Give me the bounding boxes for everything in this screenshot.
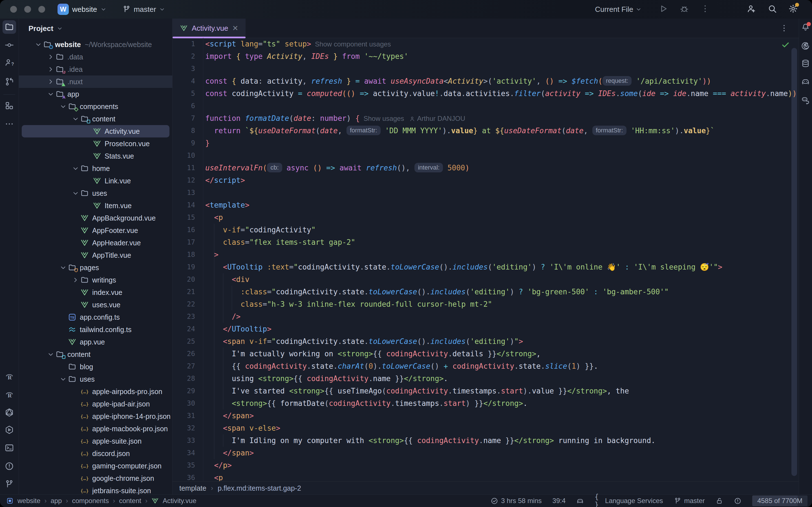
tree-item-stats-vue[interactable]: Stats.vue bbox=[19, 150, 172, 162]
line-number[interactable]: 35 bbox=[172, 459, 195, 471]
bug-icon[interactable] bbox=[679, 4, 689, 13]
editor-options-kebab-icon[interactable] bbox=[779, 24, 789, 33]
chevron-right-icon[interactable] bbox=[47, 78, 56, 86]
tree-item-app-vue[interactable]: app.vue bbox=[19, 336, 172, 348]
line-number[interactable]: 29 bbox=[172, 385, 195, 397]
status-crumb-app[interactable]: app bbox=[50, 497, 62, 505]
line-number[interactable]: 23 bbox=[172, 311, 195, 323]
code-line-19[interactable]: <UTooltip :text="codingActivity.state.to… bbox=[205, 261, 799, 273]
vcs-update-icon[interactable] bbox=[4, 77, 14, 87]
tree-item-apple-macbook-pro-json[interactable]: {…}apple-macbook-pro.json bbox=[19, 422, 172, 435]
close-tab-icon[interactable]: ✕ bbox=[232, 24, 239, 32]
tree-item-pages[interactable]: pages bbox=[19, 262, 172, 274]
code-line-5[interactable]: const codingActivity = computed(() => ac… bbox=[205, 87, 799, 100]
code-line-8[interactable]: return `${useDateFormat(date, formatStr:… bbox=[205, 124, 799, 137]
database-icon[interactable] bbox=[801, 59, 810, 68]
project-widget[interactable]: W website bbox=[57, 4, 107, 15]
chevron-down-icon[interactable] bbox=[47, 91, 56, 98]
code-line-26[interactable]: I'm actually working on <strong>{{ codin… bbox=[205, 348, 799, 360]
tree-item-components[interactable]: components bbox=[19, 100, 172, 113]
line-number[interactable]: 17 bbox=[172, 236, 195, 248]
line-number[interactable]: 7 bbox=[172, 112, 195, 124]
pull-request-icon[interactable]: ? bbox=[4, 58, 14, 67]
code-line-36[interactable]: <p bbox=[205, 471, 799, 482]
tab-activity-vue[interactable]: Activity.vue ✕ bbox=[172, 18, 246, 38]
play-icon[interactable] bbox=[659, 4, 668, 13]
statusbar-breadcrumb[interactable]: website›app›components›content›Activity.… bbox=[6, 497, 197, 505]
line-number[interactable]: 11 bbox=[172, 162, 195, 174]
code-line-10[interactable] bbox=[205, 149, 799, 162]
status-widget-3-hrs-58-mins[interactable]: 3 hrs 58 mins bbox=[491, 497, 542, 505]
user-plus-icon[interactable] bbox=[747, 4, 756, 13]
tree-item--data[interactable]: .data bbox=[19, 51, 172, 63]
tree-item-apple-ipad-air-json[interactable]: {…}apple-ipad-air.json bbox=[19, 398, 172, 410]
line-number[interactable]: 14 bbox=[172, 199, 195, 211]
tree-item-uses[interactable]: uses bbox=[19, 373, 172, 385]
code-line-29[interactable]: I've started <strong>{{ useTimeAgo(codin… bbox=[205, 385, 799, 397]
vcs-widget[interactable]: master bbox=[122, 5, 165, 14]
line-number[interactable]: 22 bbox=[172, 298, 195, 311]
code-line-20[interactable]: <div bbox=[205, 273, 799, 286]
tree-item-writings[interactable]: writings bbox=[19, 274, 172, 286]
status-crumb-website[interactable]: website bbox=[17, 497, 40, 505]
code-line-18[interactable]: > bbox=[205, 248, 799, 261]
status-widget-copilot[interactable] bbox=[576, 497, 584, 505]
code-line-2[interactable]: import { type Activity, IDEs } from '~~/… bbox=[205, 50, 799, 62]
git-branch-icon[interactable] bbox=[4, 480, 14, 489]
line-number[interactable]: 6 bbox=[172, 100, 195, 112]
graphql-icon[interactable] bbox=[4, 407, 14, 417]
code-line-4[interactable]: const { data: activity, refresh } = awai… bbox=[205, 75, 799, 87]
tree-item-website[interactable]: website~/Workspace/website bbox=[19, 38, 172, 51]
line-number[interactable]: 21 bbox=[172, 286, 195, 298]
tree-item-uses-vue[interactable]: uses.vue bbox=[19, 298, 172, 311]
code-line-23[interactable]: /> bbox=[205, 311, 799, 323]
tree-item-appbackground-vue[interactable]: AppBackground.vue bbox=[19, 212, 172, 224]
run-configuration-selector[interactable]: Current File bbox=[595, 5, 642, 14]
line-number[interactable]: 10 bbox=[172, 149, 195, 162]
line-number[interactable]: 12 bbox=[172, 174, 195, 186]
tree-item-content[interactable]: content bbox=[19, 348, 172, 360]
breadcrumb-element[interactable]: p.flex.md:items-start.gap-2 bbox=[218, 484, 301, 492]
tree-item-blog[interactable]: blog bbox=[19, 360, 172, 373]
terminal-icon[interactable] bbox=[4, 443, 14, 453]
status-crumb-content[interactable]: content bbox=[119, 497, 141, 505]
chevron-down-icon[interactable] bbox=[35, 41, 43, 48]
code-line-25[interactable]: <span v-if="codingActivity.state.toLower… bbox=[205, 335, 799, 348]
code-line-6[interactable] bbox=[205, 100, 799, 112]
tree-item-content[interactable]: content bbox=[19, 113, 172, 125]
chevron-down-icon[interactable] bbox=[59, 264, 68, 271]
line-number[interactable]: 36 bbox=[172, 471, 195, 482]
line-number[interactable]: 13 bbox=[172, 186, 195, 199]
minimize-window-button[interactable] bbox=[24, 6, 31, 13]
code-line-24[interactable]: </UTooltip> bbox=[205, 323, 799, 335]
chevron-right-icon[interactable] bbox=[47, 66, 56, 73]
settings-icon[interactable] bbox=[788, 4, 798, 13]
line-number[interactable]: 3 bbox=[172, 62, 195, 75]
tree-item-google-chrome-json[interactable]: {…}google-chrome.json bbox=[19, 472, 172, 485]
tree-item-activity-vue[interactable]: Activity.vue bbox=[22, 125, 169, 137]
code-viewport[interactable]: 1<script lang="ts" setup> Show component… bbox=[172, 38, 799, 482]
tree-item-app-config-ts[interactable]: TSapp.config.ts bbox=[19, 311, 172, 323]
tree-item-apple-suite-json[interactable]: {…}apple-suite.json bbox=[19, 435, 172, 447]
code-line-27[interactable]: {{ codingActivity.state.charAt(0).toLowe… bbox=[205, 360, 799, 372]
line-number[interactable]: 20 bbox=[172, 273, 195, 286]
chevron-down-icon[interactable] bbox=[72, 165, 80, 172]
line-number[interactable]: 4 bbox=[172, 75, 195, 87]
line-number[interactable]: 27 bbox=[172, 360, 195, 372]
code-line-11[interactable]: useIntervalFn(cb: async () => await refr… bbox=[205, 162, 799, 174]
code-line-12[interactable]: </script> bbox=[205, 174, 799, 186]
status-widget-39-4[interactable]: 39:4 bbox=[552, 497, 566, 505]
code-line-15[interactable]: <p bbox=[205, 211, 799, 224]
more-icon[interactable] bbox=[4, 119, 14, 129]
chevron-down-icon[interactable] bbox=[72, 189, 80, 197]
tree-item-index-vue[interactable]: index.vue bbox=[19, 286, 172, 298]
code-line-13[interactable] bbox=[205, 186, 799, 199]
line-number[interactable]: 16 bbox=[172, 224, 195, 236]
tree-item-proseicon-vue[interactable]: ProseIcon.vue bbox=[19, 137, 172, 150]
folder-icon[interactable] bbox=[3, 20, 16, 34]
line-number[interactable]: 2 bbox=[172, 50, 195, 62]
chevron-down-icon[interactable] bbox=[72, 115, 80, 122]
code-line-9[interactable]: } bbox=[205, 137, 799, 149]
code-line-35[interactable]: </p> bbox=[205, 459, 799, 471]
ai-swirl-icon[interactable] bbox=[801, 41, 810, 50]
